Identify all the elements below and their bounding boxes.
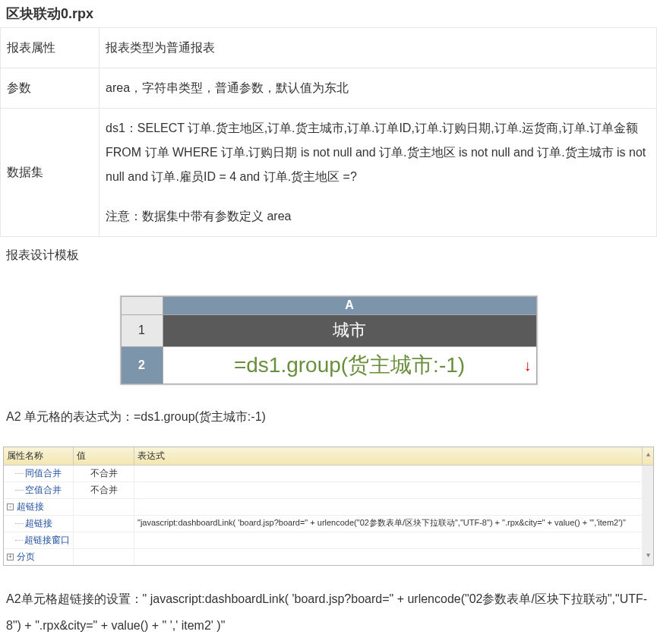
- prop-name[interactable]: 超链接窗口: [4, 532, 74, 548]
- prop-value[interactable]: 不合并: [74, 482, 134, 498]
- value-dataset: ds1：SELECT 订单.货主地区,订单.货主城市,订单.订单ID,订单.订购…: [99, 109, 657, 237]
- grid-col-a-header: A: [163, 296, 536, 314]
- grid-row-2-header: 2: [121, 346, 163, 384]
- scroll-down-icon[interactable]: ▾: [643, 549, 653, 565]
- prop-name[interactable]: 同值合并: [4, 466, 74, 481]
- prop-name[interactable]: - 超链接: [4, 499, 74, 515]
- prop-value[interactable]: [74, 499, 134, 515]
- grid-cell-a1: 城市: [163, 314, 536, 346]
- property-panel: 属性名称 值 表达式 ▴ 同值合并 不合并 空值合并 不合并 - 超链接: [3, 447, 654, 566]
- prop-name[interactable]: + 分页: [4, 549, 74, 565]
- info-table: 报表属性 报表类型为普通报表 参数 area，字符串类型，普通参数，默认值为东北…: [0, 27, 657, 237]
- row-params: 参数 area，字符串类型，普通参数，默认值为东北: [1, 68, 657, 109]
- prop-row-hyperlink-window: 超链接窗口: [4, 532, 653, 549]
- dataset-sql: ds1：SELECT 订单.货主地区,订单.货主城市,订单.订单ID,订单.订购…: [106, 116, 650, 189]
- scrollbar-track[interactable]: [643, 532, 653, 548]
- value-report-properties: 报表类型为普通报表: [99, 28, 657, 68]
- design-template-heading: 报表设计模板: [0, 237, 657, 274]
- scrollbar-track[interactable]: [643, 516, 653, 532]
- prop-expr[interactable]: "javascript:dashboardLink( 'board.jsp?bo…: [134, 516, 643, 532]
- a2-expression-text: A2 单元格的表达式为：=ds1.group(货主城市:-1): [0, 393, 657, 437]
- row-report-properties: 报表属性 报表类型为普通报表: [1, 28, 657, 68]
- hyperlink-explanation: A2单元格超链接的设置：" javascript:dashboardLink( …: [0, 566, 657, 644]
- prop-expr[interactable]: [134, 549, 643, 565]
- grid-cell-a2: =ds1.group(货主城市:-1): [234, 353, 465, 377]
- prop-row-hyperlink: 超链接 "javascript:dashboardLink( 'board.js…: [4, 516, 653, 532]
- scrollbar-track[interactable]: [643, 499, 653, 515]
- property-header: 属性名称 值 表达式 ▴: [4, 447, 653, 466]
- prop-value[interactable]: [74, 516, 134, 532]
- grid-cell-a2-wrap: =ds1.group(货主城市:-1) ↓: [163, 346, 536, 384]
- scroll-up-icon[interactable]: ▴: [643, 447, 653, 465]
- row-dataset: 数据集 ds1：SELECT 订单.货主地区,订单.货主城市,订单.订单ID,订…: [1, 109, 657, 237]
- prop-expr[interactable]: [134, 466, 643, 481]
- prop-value[interactable]: 不合并: [74, 466, 134, 481]
- prop-col-value: 值: [74, 447, 134, 465]
- prop-name[interactable]: 超链接: [4, 516, 74, 532]
- prop-expr[interactable]: [134, 532, 643, 548]
- dataset-note: 注意：数据集中带有参数定义 area: [106, 204, 650, 229]
- template-grid-illustration: A 1 城市 2 =ds1.group(货主城市:-1) ↓: [120, 295, 538, 385]
- prop-col-name: 属性名称: [4, 447, 74, 465]
- tree-collapse-icon[interactable]: -: [7, 504, 14, 510]
- prop-value[interactable]: [74, 549, 134, 565]
- scrollbar-track[interactable]: [643, 466, 653, 481]
- prop-row-hyperlink-group: - 超链接: [4, 499, 653, 516]
- page-title: 区块联动0.rpx: [0, 0, 657, 27]
- prop-row-same-merge: 同值合并 不合并: [4, 466, 653, 482]
- prop-expr[interactable]: [134, 499, 643, 515]
- prop-col-expr: 表达式: [134, 447, 643, 465]
- value-params: area，字符串类型，普通参数，默认值为东北: [99, 68, 657, 109]
- label-dataset: 数据集: [1, 109, 99, 237]
- prop-row-paging: + 分页 ▾: [4, 549, 653, 565]
- grid-row-1-header: 1: [121, 314, 163, 346]
- grid-corner: [121, 296, 163, 314]
- label-report-properties: 报表属性: [1, 28, 99, 68]
- scrollbar-track[interactable]: [643, 482, 653, 498]
- expand-down-icon: ↓: [524, 356, 532, 374]
- prop-expr[interactable]: [134, 482, 643, 498]
- prop-value[interactable]: [74, 532, 134, 548]
- prop-name[interactable]: 空值合并: [4, 482, 74, 498]
- tree-expand-icon[interactable]: +: [7, 554, 14, 560]
- label-params: 参数: [1, 68, 99, 109]
- prop-row-empty-merge: 空值合并 不合并: [4, 482, 653, 499]
